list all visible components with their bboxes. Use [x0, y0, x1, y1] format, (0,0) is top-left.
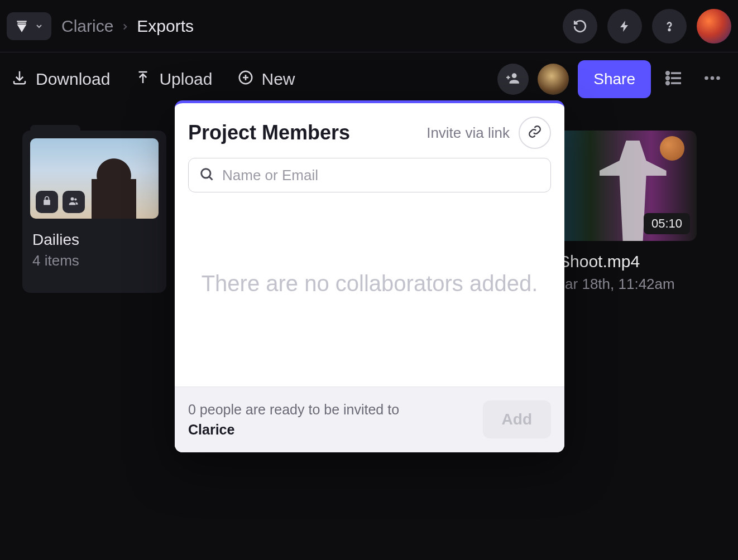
invite-via-link-button[interactable]: Invite via link — [426, 124, 510, 142]
search-icon — [199, 166, 214, 184]
modal-title: Project Members — [188, 121, 350, 144]
copy-link-button[interactable] — [519, 117, 551, 149]
empty-state-text: There are no collaborators added. — [202, 268, 538, 298]
modal-header: Project Members Invite via link — [175, 103, 564, 158]
member-search-box[interactable] — [188, 158, 551, 192]
footer-text: 0 people are ready to be invited to Clar… — [188, 399, 399, 440]
modal-footer: 0 people are ready to be invited to Clar… — [175, 387, 564, 452]
member-search-input[interactable] — [222, 167, 540, 184]
invite-group: Invite via link — [426, 117, 551, 149]
svg-point-11 — [202, 169, 210, 178]
modal-body: There are no collaborators added. — [175, 202, 564, 387]
footer-prefix: 0 people are ready to be invited to — [188, 402, 399, 417]
link-icon — [528, 124, 542, 141]
add-button[interactable]: Add — [483, 400, 551, 438]
project-members-modal: Project Members Invite via link — [175, 100, 564, 452]
footer-project-name: Clarice — [188, 422, 234, 437]
modal-search-row — [175, 158, 564, 202]
